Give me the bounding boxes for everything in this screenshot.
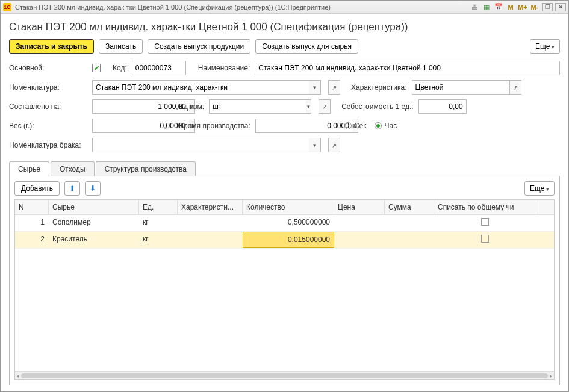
cell-raw[interactable]: Краситель	[49, 232, 139, 248]
radio-icon	[375, 122, 382, 129]
qty-label: Составлено на:	[9, 102, 87, 111]
calc-icon[interactable]: ▦	[482, 2, 491, 12]
main-checkbox[interactable]: ✔	[92, 64, 101, 72]
cost-input[interactable]	[418, 99, 467, 114]
weight-label: Вес (г.):	[9, 122, 87, 130]
cell-sum[interactable]	[385, 215, 434, 231]
weight-input[interactable]	[92, 119, 189, 133]
col-price[interactable]: Цена	[334, 200, 385, 214]
scrap-input[interactable]	[92, 138, 309, 152]
dropdown-icon[interactable]: ▾	[306, 99, 311, 114]
window-restore-icon[interactable]: ❐	[542, 3, 553, 11]
qty-field[interactable]: ▦	[92, 99, 164, 114]
scroll-left-icon[interactable]: ◂	[16, 373, 19, 379]
unit-label: Ед изм:	[179, 102, 204, 111]
code-input[interactable]	[132, 61, 186, 75]
cell-char[interactable]	[178, 232, 243, 248]
app-logo: 1С	[3, 3, 11, 11]
char-label: Характеристика:	[351, 83, 407, 92]
more-button[interactable]: Еще	[530, 39, 560, 54]
page-title: Стакан ПЭТ 200 мл индивид. харак-тки Цве…	[9, 21, 560, 33]
name-label: Наименование:	[198, 64, 250, 72]
open-ref-icon[interactable]: ↗	[509, 80, 521, 95]
cell-writeoff[interactable]	[434, 232, 536, 248]
unit-input[interactable]	[209, 99, 306, 114]
col-unit[interactable]: Ед.	[139, 200, 178, 214]
cell-raw[interactable]: Сополимер	[49, 215, 139, 231]
prodtime-input[interactable]	[255, 119, 352, 133]
cell-qty[interactable]: 0,500000000	[243, 215, 334, 231]
save-button[interactable]: Записать	[99, 39, 143, 54]
scroll-thumb[interactable]	[21, 373, 548, 378]
scroll-right-icon[interactable]: ▸	[550, 373, 553, 379]
nomen-label: Номенклатура:	[9, 83, 87, 92]
unit-combo[interactable]: ▾	[209, 99, 311, 114]
cell-qty[interactable]: 0,015000000	[243, 232, 334, 248]
prodtime-field[interactable]: ▦	[255, 119, 334, 133]
char-combo[interactable]: ▾	[412, 80, 502, 95]
create-output-button[interactable]: Создать выпуск продукции	[148, 39, 250, 54]
grid-hscrollbar[interactable]: ◂ ▸	[15, 371, 554, 379]
tabpanel-raw: Добавить ⬆ ⬇ Еще N Сырье Ед. Характерист…	[9, 176, 560, 385]
time-sec-label: Сек	[354, 122, 367, 130]
radio-icon	[344, 122, 352, 129]
add-row-button[interactable]: Добавить	[14, 181, 60, 196]
memory-mminus-icon[interactable]: M-	[530, 2, 539, 12]
memory-mplus-icon[interactable]: M+	[518, 2, 527, 12]
nomen-input[interactable]	[92, 80, 309, 95]
panel-more-button[interactable]: Еще	[524, 181, 555, 196]
dropdown-icon[interactable]: ▾	[309, 80, 321, 95]
table-row[interactable]: 1Сополимеркг0,500000000	[15, 215, 554, 232]
save-close-button[interactable]: Записать и закрыть	[9, 39, 94, 54]
calendar-icon[interactable]: 📅	[494, 2, 503, 12]
cell-writeoff[interactable]	[434, 215, 536, 231]
cell-n[interactable]: 2	[15, 232, 49, 248]
open-ref-icon[interactable]: ↗	[328, 80, 340, 95]
tab-waste[interactable]: Отходы	[51, 161, 95, 176]
qty-input[interactable]	[92, 99, 189, 114]
char-input[interactable]	[412, 80, 509, 95]
col-qty[interactable]: Количество	[243, 200, 334, 214]
tab-raw[interactable]: Сырье	[9, 161, 49, 176]
open-ref-icon[interactable]: ↗	[319, 99, 331, 114]
col-sum[interactable]: Сумма	[385, 200, 434, 214]
main-label: Основной:	[9, 64, 87, 72]
memory-m-icon[interactable]: M	[506, 2, 515, 12]
print-icon[interactable]: 🖶	[470, 2, 479, 12]
tab-structure[interactable]: Структура производства	[96, 161, 196, 176]
cell-price[interactable]	[334, 232, 385, 248]
col-char[interactable]: Характеристи...	[178, 200, 243, 214]
raw-grid: N Сырье Ед. Характеристи... Количество Ц…	[14, 199, 555, 380]
col-n[interactable]: N	[15, 200, 49, 214]
table-row[interactable]: 2Красителькг0,015000000	[15, 232, 554, 249]
weight-field[interactable]: ▦	[92, 119, 164, 133]
code-label: Код:	[113, 64, 127, 72]
move-up-button[interactable]: ⬆	[64, 181, 80, 196]
cell-n[interactable]: 1	[15, 215, 49, 231]
dropdown-icon[interactable]: ▾	[309, 138, 321, 152]
scrap-combo[interactable]: ▾	[92, 138, 321, 152]
cost-label: Себестоимость 1 ед.:	[341, 102, 413, 111]
cell-unit[interactable]: кг	[139, 232, 178, 248]
open-ref-icon[interactable]: ↗	[328, 138, 340, 152]
move-down-button[interactable]: ⬇	[85, 181, 101, 196]
tabs: Сырье Отходы Структура производства	[9, 161, 560, 176]
create-raw-output-button[interactable]: Создать выпуск для сырья	[255, 39, 358, 54]
col-raw[interactable]: Сырье	[49, 200, 139, 214]
nomen-combo[interactable]: ▾	[92, 80, 321, 95]
cell-unit[interactable]: кг	[139, 215, 178, 231]
cell-price[interactable]	[334, 215, 385, 231]
titlebar: 1С Стакан ПЭТ 200 мл индивид. харак-тки …	[1, 1, 568, 14]
scrap-label: Номенклатура брака:	[9, 141, 87, 149]
time-hour-radio[interactable]: Час	[375, 122, 397, 130]
grid-header: N Сырье Ед. Характеристи... Количество Ц…	[15, 200, 554, 215]
col-writeoff[interactable]: Списать по общему чи	[434, 200, 536, 214]
name-input[interactable]	[255, 61, 560, 75]
grid-body[interactable]: 1Сополимеркг0,5000000002Красителькг0,015…	[15, 215, 554, 371]
checkbox-icon[interactable]	[481, 218, 489, 226]
window-close-icon[interactable]: ✕	[555, 3, 566, 11]
checkbox-icon[interactable]	[481, 235, 489, 243]
time-sec-radio[interactable]: Сек	[344, 122, 367, 130]
cell-sum[interactable]	[385, 232, 434, 248]
cell-char[interactable]	[178, 215, 243, 231]
